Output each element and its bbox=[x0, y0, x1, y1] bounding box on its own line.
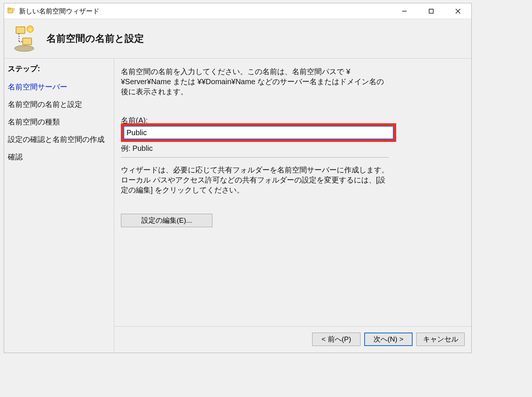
cancel-button[interactable]: キャンセル bbox=[416, 333, 465, 346]
svg-point-12 bbox=[15, 45, 34, 51]
intro-text: 名前空間の名前を入力してください。この名前は、名前空間パスで ¥¥Server¥… bbox=[121, 67, 389, 97]
step-confirm[interactable]: 確認 bbox=[4, 148, 114, 166]
edit-settings-button[interactable]: 設定の編集(E)... bbox=[121, 214, 212, 227]
svg-point-2 bbox=[12, 8, 15, 10]
window-title: 新しい名前空間ウィザード bbox=[19, 7, 391, 16]
step-review-create[interactable]: 設定の確認と名前空間の作成 bbox=[4, 131, 114, 148]
name-example-text: 例: Public bbox=[121, 143, 465, 153]
page-title: 名前空間の名前と設定 bbox=[47, 32, 144, 45]
step-name-settings[interactable]: 名前空間の名前と設定 bbox=[4, 96, 114, 113]
svg-rect-11 bbox=[23, 38, 32, 45]
steps-heading: ステップ: bbox=[4, 62, 114, 78]
settings-desc-text: ウィザードは、必要に応じて共有フォルダーを名前空間サーバーに作成します。ローカル… bbox=[121, 165, 389, 195]
body: ステップ: 名前空間サーバー 名前空間の名前と設定 名前空間の種類 設定の確認と… bbox=[4, 58, 471, 353]
titlebar: 新しい名前空間ウィザード bbox=[4, 3, 471, 19]
header-band: 名前空間の名前と設定 bbox=[4, 19, 471, 58]
step-namespace-server[interactable]: 名前空間サーバー bbox=[4, 78, 114, 96]
namespace-name-input[interactable] bbox=[124, 126, 394, 139]
next-button[interactable]: 次へ(N) > bbox=[364, 333, 413, 346]
window-controls bbox=[391, 3, 471, 19]
minimize-button[interactable] bbox=[391, 3, 418, 19]
svg-rect-1 bbox=[8, 8, 10, 9]
section-divider bbox=[121, 157, 389, 158]
main-panel: 名前空間の名前を入力してください。この名前は、名前空間パスで ¥¥Server¥… bbox=[114, 58, 471, 353]
namespace-header-icon bbox=[11, 25, 38, 52]
svg-rect-4 bbox=[429, 9, 433, 13]
step-namespace-type[interactable]: 名前空間の種類 bbox=[4, 113, 114, 131]
maximize-button[interactable] bbox=[418, 3, 445, 19]
back-button[interactable]: < 前へ(P) bbox=[312, 333, 360, 346]
footer-divider bbox=[114, 326, 471, 327]
svg-rect-7 bbox=[16, 27, 25, 34]
wizard-app-icon bbox=[7, 7, 15, 15]
close-button[interactable] bbox=[445, 3, 471, 19]
name-input-highlight bbox=[121, 123, 396, 142]
steps-sidebar: ステップ: 名前空間サーバー 名前空間の名前と設定 名前空間の種類 設定の確認と… bbox=[4, 58, 114, 353]
wizard-window: 新しい名前空間ウィザード 名前空間の名前と設定 bbox=[4, 3, 472, 353]
wizard-footer: < 前へ(P) 次へ(N) > キャンセル bbox=[312, 333, 465, 346]
